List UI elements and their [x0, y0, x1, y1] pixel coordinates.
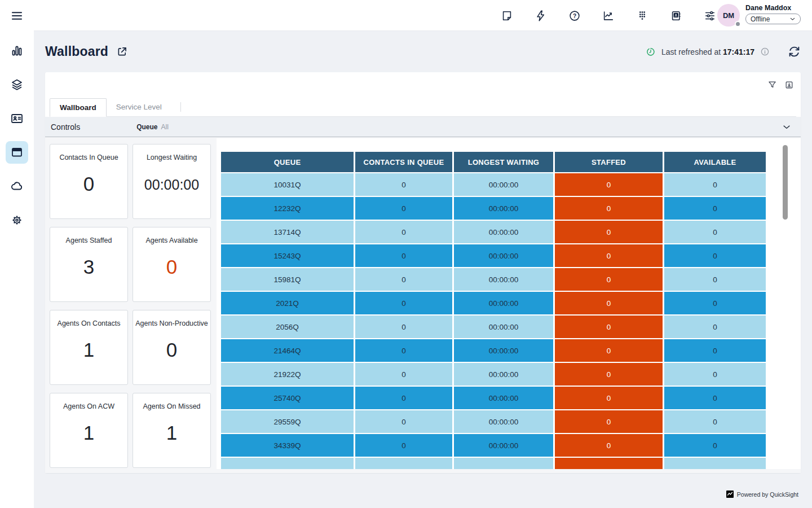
table-row: 21922Q000:00:0000 [221, 363, 766, 386]
address-book-icon[interactable] [670, 10, 682, 22]
table-row: 29559Q000:00:0000 [221, 410, 766, 433]
table-cell: 0 [355, 387, 452, 409]
table-cell: 21922Q [221, 363, 354, 386]
help-icon[interactable]: ? [568, 10, 581, 22]
table-cell: 00:00:00 [454, 244, 553, 267]
sidebar [0, 0, 34, 508]
powered-by: Powered by QuickSight [726, 491, 798, 498]
avatar-initials: DM [723, 11, 734, 20]
table-cell: 0 [355, 410, 452, 433]
table-cell: 13714Q [221, 221, 354, 243]
table-cell: 15981Q [221, 268, 354, 291]
table-cell: 0 [555, 244, 663, 267]
status-select[interactable]: Offline [745, 14, 801, 24]
queue-table: QUEUECONTACTS IN QUEUELONGEST WAITINGSTA… [219, 151, 767, 469]
table-row: 12232Q000:00:0000 [221, 197, 766, 220]
table-cell: 10031Q [221, 173, 354, 196]
table-cell: 0 [555, 316, 663, 338]
table-cell: 00:00:00 [454, 221, 553, 243]
table-cell: 0 [555, 387, 663, 409]
trend-icon[interactable] [602, 10, 615, 22]
table-cell: 00:00:00 [454, 339, 553, 362]
table-cell: 0 [664, 221, 766, 243]
table-cell: 0 [664, 173, 766, 196]
menu-icon[interactable] [6, 5, 28, 27]
sidebar-item-wallboard[interactable] [6, 141, 28, 164]
info-icon[interactable] [760, 47, 770, 56]
table-cell: 0 [664, 339, 766, 362]
kpi-card: Longest Waiting 00:00:00 [133, 144, 211, 219]
kpi-card: Contacts In Queue 0 [50, 144, 128, 219]
table-cell: 0 [664, 387, 766, 409]
table-scrollbar[interactable] [783, 145, 788, 220]
cloud-icon [10, 179, 24, 193]
kpi-card: Agents On Missed 1 [133, 393, 211, 468]
kpi-label: Longest Waiting [135, 154, 208, 161]
dashboard-card: Wallboard Service Level Controls Queue A… [45, 72, 801, 473]
status-value: Offline [751, 15, 770, 23]
sidebar-item-settings[interactable] [6, 209, 28, 231]
top-bar: ? DM Dane Maddox Offline [0, 0, 812, 31]
table-cell: 00:00:00 [454, 363, 553, 386]
table-cell: 0 [664, 292, 766, 314]
table-row: 34339Q000:00:0000 [221, 434, 766, 457]
column-header: CONTACTS IN QUEUE [355, 152, 452, 172]
kpi-label: Contacts In Queue [52, 154, 125, 161]
table-cell: 00:00:00 [454, 173, 553, 196]
collapse-chevron-icon[interactable] [782, 122, 792, 132]
table-cell [555, 458, 663, 469]
column-header: LONGEST WAITING [454, 152, 553, 172]
kpi-value: 0 [50, 173, 127, 195]
sidebar-item-metrics[interactable] [6, 40, 28, 62]
kpi-label: Agents Available [135, 237, 208, 244]
refresh-time: 17:41:17 [723, 47, 754, 56]
table-row: 13714Q000:00:0000 [221, 221, 766, 243]
kpi-value: 3 [50, 256, 127, 278]
kpi-value: 1 [50, 422, 127, 444]
sidebar-item-users[interactable] [6, 107, 28, 130]
table-row: 2021Q000:00:0000 [221, 292, 766, 314]
notes-icon[interactable] [501, 10, 513, 22]
filter-icon[interactable] [767, 80, 777, 90]
sidebar-item-cloud[interactable] [6, 175, 28, 198]
kpi-value: 00:00:00 [133, 177, 210, 193]
queue-filter[interactable]: Queue All [136, 123, 169, 131]
kpi-value: 0 [133, 256, 210, 278]
timer-icon [646, 47, 656, 57]
external-link-icon[interactable] [116, 46, 128, 58]
id-card-icon [10, 112, 24, 125]
controls-bar: Controls Queue All [45, 117, 801, 137]
table-row: 15243Q000:00:0000 [221, 244, 766, 267]
table-row: 15981Q000:00:0000 [221, 268, 766, 291]
table-cell: 0 [664, 244, 766, 267]
table-cell: 0 [355, 292, 452, 314]
table-cell: 0 [355, 316, 452, 338]
table-body: 10031Q000:00:000012232Q000:00:000013714Q… [221, 173, 766, 469]
table-head: QUEUECONTACTS IN QUEUELONGEST WAITINGSTA… [221, 152, 766, 172]
lightning-icon[interactable] [535, 10, 547, 22]
avatar[interactable]: DM [717, 4, 740, 27]
tab-service-level[interactable]: Service Level [107, 98, 171, 116]
controls-label: Controls [51, 122, 80, 132]
table-cell: 0 [355, 173, 452, 196]
kpi-card: Agents On ACW 1 [50, 393, 128, 468]
table-cell: 00:00:00 [454, 268, 553, 291]
sidebar-item-routing[interactable] [6, 73, 28, 96]
kpi-value: 1 [133, 422, 210, 444]
kpi-label: Agents On Contacts [52, 319, 125, 327]
tab-wallboard[interactable]: Wallboard [50, 98, 107, 117]
table-cell: 0 [355, 268, 452, 291]
sliders-icon[interactable] [704, 10, 716, 22]
kpi-label: Agents Staffed [52, 237, 125, 244]
table-cell: 0 [555, 434, 663, 457]
page-title: Wallboard [45, 44, 108, 59]
dialpad-icon[interactable] [636, 10, 648, 22]
table-cell: 0 [355, 339, 452, 362]
refresh-icon[interactable] [788, 45, 801, 58]
table-cell: 0 [355, 434, 452, 457]
layers-icon [10, 78, 24, 91]
table-cell: 0 [555, 410, 663, 433]
dashboard-sheet: Contacts In Queue 0 Longest Waiting 00:0… [45, 137, 801, 473]
table-cell: 0 [355, 197, 452, 220]
export-icon[interactable] [784, 80, 794, 90]
